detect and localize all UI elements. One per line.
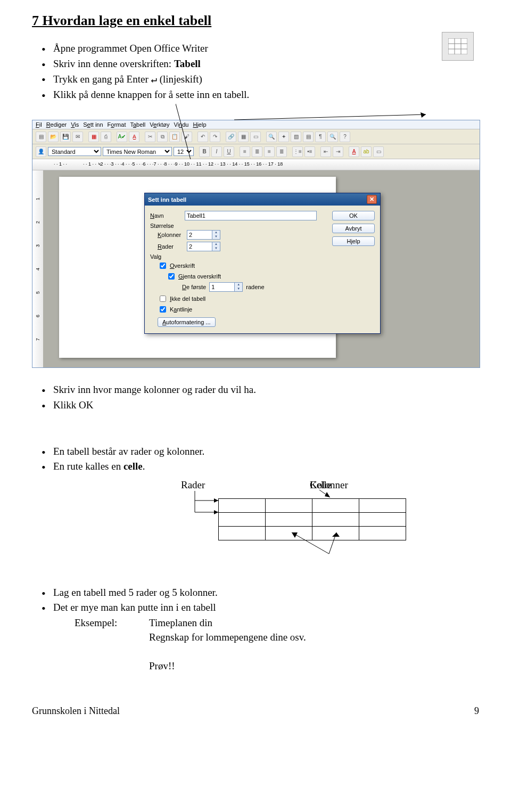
text: (linjeskift) xyxy=(157,73,202,85)
overskrift-checkbox[interactable]: Overskrift xyxy=(150,261,327,270)
menu-item[interactable]: Fil xyxy=(36,121,42,128)
bgcolor-icon[interactable]: ▭ xyxy=(373,146,384,157)
dialog-titlebar[interactable]: Sett inn tabell ✕ xyxy=(145,193,380,206)
kolonner-spinner[interactable]: ▲▼ xyxy=(187,230,220,240)
cut-icon[interactable]: ✂ xyxy=(145,132,155,142)
menu-item[interactable]: Hjelp xyxy=(193,121,206,128)
nonprinting-icon[interactable]: ¶ xyxy=(315,132,326,142)
text: . xyxy=(143,461,145,472)
storrelse-label: Størrelse xyxy=(150,223,327,229)
increase-indent-icon[interactable]: ⇥ xyxy=(333,146,343,157)
deforste-spinner[interactable]: ▲▼ xyxy=(209,282,243,292)
spin-up-icon[interactable]: ▲ xyxy=(212,231,220,235)
datasources-icon[interactable]: ▤ xyxy=(303,132,314,142)
svg-marker-11 xyxy=(214,498,218,503)
avbryt-button[interactable]: Avbryt xyxy=(332,224,375,233)
align-left-icon[interactable]: ≡ xyxy=(240,146,250,157)
menu-item[interactable]: Vis xyxy=(71,121,79,128)
find-icon[interactable]: 🔍 xyxy=(266,132,277,142)
font-color-icon[interactable]: A xyxy=(349,146,359,157)
pdf-icon[interactable]: ▦ xyxy=(88,132,99,142)
align-right-icon[interactable]: ≡ xyxy=(264,146,275,157)
enter-symbol: ↵ xyxy=(151,73,156,85)
bold-icon[interactable]: B xyxy=(199,146,210,157)
gallery-icon[interactable]: ▧ xyxy=(291,132,301,142)
numbered-list-icon[interactable]: ⋮≡ xyxy=(292,146,303,157)
save-icon[interactable]: 💾 xyxy=(60,132,71,142)
rader-input[interactable] xyxy=(187,242,212,251)
hyperlink-icon[interactable]: 🔗 xyxy=(226,132,236,142)
open-icon[interactable]: 📂 xyxy=(48,132,59,142)
spin-up-icon[interactable]: ▲ xyxy=(235,283,242,287)
rader-spinner[interactable]: ▲▼ xyxy=(187,242,220,251)
insert-table-dialog: Sett inn tabell ✕ Navn Størrelse Kolonne… xyxy=(144,193,381,334)
table-icon[interactable]: ▦ xyxy=(238,132,249,142)
chart-icon[interactable]: ▭ xyxy=(250,132,261,142)
redo-icon[interactable]: ↷ xyxy=(210,132,220,142)
style-select[interactable]: Standard xyxy=(48,147,101,156)
navn-input[interactable] xyxy=(185,211,317,220)
align-center-icon[interactable]: ≣ xyxy=(252,146,262,157)
footer-text: Grunnskolen i Nittedal xyxy=(32,706,120,717)
font-select[interactable]: Times New Roman xyxy=(103,147,172,156)
underline-icon[interactable]: U xyxy=(224,146,234,157)
highlight-icon[interactable]: ab xyxy=(361,146,372,157)
page-footer: Grunnskolen i Nittedal 9 xyxy=(32,706,479,717)
spin-up-icon[interactable]: ▲ xyxy=(212,242,220,247)
vertical-ruler[interactable]: 1 2 3 4 5 6 7 xyxy=(32,170,43,367)
gjenta-checkbox[interactable]: Gjenta overskrift xyxy=(150,272,327,281)
example-item: Timeplanen din xyxy=(149,616,212,630)
intro-item: Skriv inn denne overskriften: Tabell xyxy=(42,57,479,71)
align-justify-icon[interactable]: ≣ xyxy=(276,146,287,157)
print-icon[interactable]: ⎙ xyxy=(101,132,111,142)
brush-icon[interactable]: 🖌 xyxy=(182,132,192,142)
ok-button[interactable]: OK xyxy=(332,211,375,220)
example-label: Eksempel: xyxy=(75,616,149,630)
menu-item[interactable]: Verktøy xyxy=(150,121,169,128)
horizontal-ruler[interactable]: · · 1 · · · · 1 · · ५2 · · ·3 · · ·4 · ·… xyxy=(32,159,480,170)
new-icon[interactable]: ▤ xyxy=(36,132,46,142)
rader-label: Rader xyxy=(150,243,187,250)
undo-icon[interactable]: ↶ xyxy=(197,132,208,142)
close-icon[interactable]: ✕ xyxy=(367,195,377,204)
kolonner-input[interactable] xyxy=(187,230,212,240)
document-area: 1 2 3 4 5 6 7 Sett inn tabell ✕ xyxy=(32,170,480,367)
bullet-list-icon[interactable]: •≡ xyxy=(304,146,315,157)
menu-item[interactable]: Rediger xyxy=(46,121,67,128)
prov-text: Prøv!! xyxy=(53,659,479,674)
zoom-icon[interactable]: 🔍 xyxy=(327,132,338,142)
spin-down-icon[interactable]: ▼ xyxy=(212,247,220,251)
ikkedel-checkbox[interactable]: Ikke del tabell xyxy=(150,294,327,304)
text: Trykk en gang på Enter xyxy=(53,73,151,85)
spin-down-icon[interactable]: ▼ xyxy=(235,287,242,291)
hjelp-button[interactable]: Hjelp xyxy=(332,236,375,246)
kantlinje-checkbox[interactable]: Kantlinje xyxy=(150,305,327,314)
rader-label: Rader xyxy=(181,479,205,491)
navigator-icon[interactable]: ✦ xyxy=(278,132,289,142)
copy-icon[interactable]: ⧉ xyxy=(157,132,168,142)
help-icon[interactable]: ? xyxy=(340,132,350,142)
autospell-icon[interactable]: A̲ xyxy=(129,132,139,142)
menu-item[interactable]: Format xyxy=(108,121,126,128)
menubar: Fil Rediger Vis Sett inn Format Tabell V… xyxy=(32,120,480,129)
mid-list-2: En tabell består av rader og kolonner. E… xyxy=(32,445,479,474)
menu-item[interactable]: Vindu xyxy=(174,121,189,128)
spin-down-icon[interactable]: ▼ xyxy=(212,235,220,239)
text: En rute kalles en xyxy=(53,461,123,472)
italic-icon[interactable]: I xyxy=(211,146,222,157)
text: Skriv inn denne overskriften: xyxy=(53,58,174,69)
styles-icon[interactable]: 👤 xyxy=(36,146,46,157)
email-icon[interactable]: ✉ xyxy=(72,132,83,142)
spellcheck-icon[interactable]: A✔ xyxy=(117,132,127,142)
menu-item[interactable]: Sett inn xyxy=(83,121,103,128)
decrease-indent-icon[interactable]: ⇤ xyxy=(320,146,331,157)
fontsize-select[interactable]: 12 xyxy=(174,147,194,156)
text: Det er mye man kan putte inn i en tabell xyxy=(53,602,216,613)
standard-toolbar: ▤ 📂 💾 ✉ ▦ ⎙ A✔ A̲ ✂ ⧉ 📋 🖌 ↶ ↷ 🔗 ▦ ▭ 🔍 ✦ xyxy=(32,129,480,144)
menu-item[interactable]: Tabell xyxy=(130,121,145,128)
paste-icon[interactable]: 📋 xyxy=(169,132,180,142)
intro-item: Åpne programmet Open Office Writer xyxy=(42,42,479,56)
autoformat-button[interactable]: Autoformatering ... xyxy=(158,317,216,327)
deforste-input[interactable] xyxy=(209,282,235,292)
svg-line-5 xyxy=(234,114,426,120)
